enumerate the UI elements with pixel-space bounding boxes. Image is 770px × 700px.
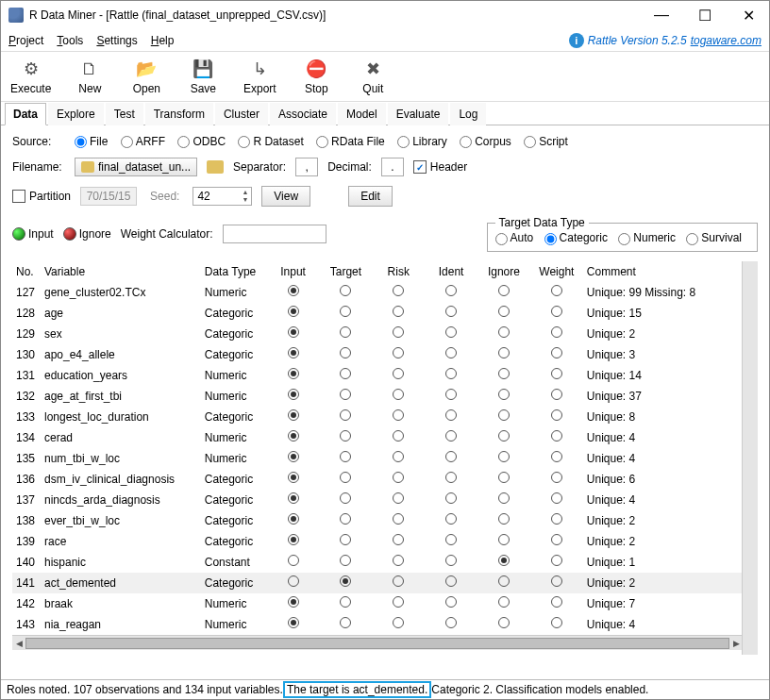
cell-risk[interactable] <box>372 407 425 427</box>
cell-ignore[interactable] <box>477 324 530 344</box>
cell-input[interactable] <box>267 427 320 448</box>
tab-transform[interactable]: Transform <box>145 103 213 125</box>
table-row[interactable]: 131 education_years NumericUnique: 14 <box>12 365 743 386</box>
cell-target[interactable] <box>320 573 373 593</box>
scroll-right-icon[interactable]: ▶ <box>729 636 743 651</box>
cell-risk[interactable] <box>372 365 425 386</box>
cell-ignore[interactable] <box>477 448 530 469</box>
cell-risk[interactable] <box>372 531 425 552</box>
cell-ignore[interactable] <box>477 386 530 407</box>
col-variable[interactable]: Variable <box>41 261 201 282</box>
cell-ignore[interactable] <box>477 282 530 303</box>
decimal-input[interactable] <box>381 158 404 176</box>
cell-input[interactable] <box>267 552 320 573</box>
col-target[interactable]: Target <box>320 261 373 282</box>
tb-save[interactable]: 💾 Save <box>185 58 221 95</box>
tab-evaluate[interactable]: Evaluate <box>388 103 449 125</box>
menu-tools[interactable]: Tools <box>57 34 83 47</box>
cell-risk[interactable] <box>372 303 425 324</box>
table-row[interactable]: 134 cerad NumericUnique: 4 <box>12 427 743 448</box>
table-row[interactable]: 136 dsm_iv_clinical_diagnosis CategoricU… <box>12 469 743 490</box>
filename-chooser[interactable]: final_dataset_un... <box>75 158 197 176</box>
cell-ident[interactable] <box>425 303 477 324</box>
cell-input[interactable] <box>267 365 320 386</box>
cell-risk[interactable] <box>372 593 425 614</box>
tab-cluster[interactable]: Cluster <box>215 103 268 125</box>
tb-stop[interactable]: ⛔ Stop <box>298 58 334 95</box>
cell-target[interactable] <box>320 282 373 303</box>
col-comment[interactable]: Comment <box>583 261 743 282</box>
cell-target[interactable] <box>320 593 373 614</box>
tb-quit[interactable]: ✖ Quit <box>355 58 391 95</box>
cell-ignore[interactable] <box>477 344 530 365</box>
minimize-button[interactable]: — <box>648 7 675 25</box>
cell-ident[interactable] <box>425 282 477 303</box>
version-link[interactable]: togaware.com <box>691 34 762 47</box>
cell-input[interactable] <box>267 282 320 303</box>
edit-button[interactable]: Edit <box>348 186 393 207</box>
cell-ignore[interactable] <box>477 407 530 427</box>
source-library[interactable]: Library <box>394 135 447 148</box>
table-row[interactable]: 141 act_demented CategoricUnique: 2 <box>12 573 743 593</box>
table-row[interactable]: 140 hispanic ConstantUnique: 1 <box>12 552 743 573</box>
cell-weight[interactable] <box>530 282 583 303</box>
cell-target[interactable] <box>320 469 373 490</box>
input-role[interactable]: Input <box>12 227 54 242</box>
cell-weight[interactable] <box>530 448 583 469</box>
cell-ignore[interactable] <box>477 593 530 614</box>
cell-weight[interactable] <box>530 469 583 490</box>
cell-input[interactable] <box>267 614 320 635</box>
cell-ignore[interactable] <box>477 365 530 386</box>
cell-ident[interactable] <box>425 324 477 344</box>
cell-risk[interactable] <box>372 573 425 593</box>
table-row[interactable]: 142 braak NumericUnique: 7 <box>12 593 743 614</box>
cell-risk[interactable] <box>372 282 425 303</box>
cell-ident[interactable] <box>425 552 477 573</box>
table-row[interactable]: 135 num_tbi_w_loc NumericUnique: 4 <box>12 448 743 469</box>
variables-grid[interactable]: No.VariableData TypeInputTargetRiskIdent… <box>12 261 758 670</box>
table-row[interactable]: 138 ever_tbi_w_loc CategoricUnique: 2 <box>12 510 743 531</box>
cell-target[interactable] <box>320 510 373 531</box>
view-button[interactable]: View <box>261 186 310 207</box>
cell-input[interactable] <box>267 344 320 365</box>
cell-ident[interactable] <box>425 427 477 448</box>
cell-target[interactable] <box>320 427 373 448</box>
cell-input[interactable] <box>267 386 320 407</box>
col-no.[interactable]: No. <box>12 261 41 282</box>
header-checkbox[interactable]: ✓ Header <box>413 160 467 174</box>
cell-ident[interactable] <box>425 614 477 635</box>
cell-input[interactable] <box>267 490 320 510</box>
cell-ignore[interactable] <box>477 573 530 593</box>
table-row[interactable]: 128 age CategoricUnique: 15 <box>12 303 743 324</box>
cell-ignore[interactable] <box>477 427 530 448</box>
cell-weight[interactable] <box>530 593 583 614</box>
cell-weight[interactable] <box>530 365 583 386</box>
separator-input[interactable] <box>295 158 318 176</box>
col-ignore[interactable]: Ignore <box>477 261 530 282</box>
source-script[interactable]: Script <box>521 135 568 148</box>
cell-input[interactable] <box>267 593 320 614</box>
col-ident[interactable]: Ident <box>425 261 477 282</box>
seed-spinner[interactable]: ▲▼ <box>192 187 252 206</box>
cell-target[interactable] <box>320 448 373 469</box>
menu-help[interactable]: Help <box>151 34 175 47</box>
cell-input[interactable] <box>267 303 320 324</box>
cell-weight[interactable] <box>530 614 583 635</box>
tab-associate[interactable]: Associate <box>270 103 336 125</box>
cell-ident[interactable] <box>425 510 477 531</box>
cell-risk[interactable] <box>372 490 425 510</box>
table-row[interactable]: 139 race CategoricUnique: 2 <box>12 531 743 552</box>
cell-input[interactable] <box>267 531 320 552</box>
close-button[interactable]: ✕ <box>735 7 762 25</box>
cell-ignore[interactable] <box>477 510 530 531</box>
table-row[interactable]: 132 age_at_first_tbi NumericUnique: 37 <box>12 386 743 407</box>
cell-risk[interactable] <box>372 344 425 365</box>
cell-weight[interactable] <box>530 427 583 448</box>
cell-target[interactable] <box>320 303 373 324</box>
cell-target[interactable] <box>320 531 373 552</box>
cell-target[interactable] <box>320 365 373 386</box>
cell-risk[interactable] <box>372 469 425 490</box>
cell-ignore[interactable] <box>477 531 530 552</box>
cell-risk[interactable] <box>372 552 425 573</box>
cell-weight[interactable] <box>530 510 583 531</box>
